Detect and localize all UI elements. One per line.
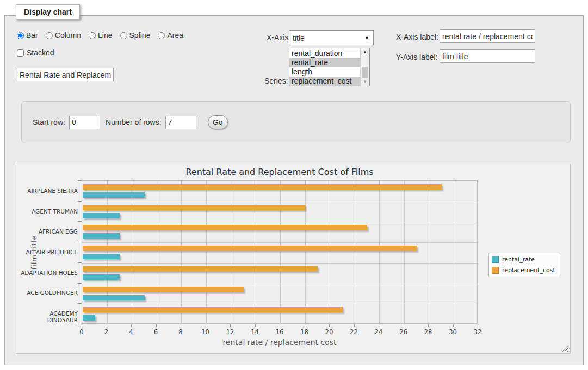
chart-type-radio-area[interactable] bbox=[158, 32, 165, 39]
tick-mark bbox=[181, 324, 181, 327]
series-option-rental_rate[interactable]: rental_rate bbox=[289, 58, 360, 67]
num-rows-input[interactable] bbox=[165, 116, 196, 129]
chart-type-option-spline[interactable]: Spline bbox=[120, 31, 151, 40]
bar-rental_rate bbox=[83, 254, 120, 259]
chart-type-option-column[interactable]: Column bbox=[46, 31, 81, 40]
gridline bbox=[82, 202, 477, 202]
y-tick-label: AIRPLANE SIERRA bbox=[19, 187, 78, 194]
x-axis-select[interactable]: title ▼ bbox=[289, 30, 374, 45]
chart-type-radio-group: BarColumnLineSplineArea bbox=[17, 31, 183, 40]
tick-mark bbox=[305, 324, 305, 327]
tick-mark bbox=[280, 324, 280, 327]
chart-type-option-area[interactable]: Area bbox=[158, 31, 183, 40]
tick-mark bbox=[478, 324, 478, 327]
chart-legend: rental_ratereplacement_cost bbox=[488, 253, 560, 277]
gridline bbox=[355, 181, 355, 323]
tick-mark bbox=[428, 324, 429, 327]
chart-type-label: Spline bbox=[129, 31, 151, 40]
y-tick-label: ADAPTATION HOLES bbox=[19, 269, 78, 276]
gridline bbox=[206, 181, 207, 323]
y-axis-label-input[interactable] bbox=[440, 49, 535, 63]
x-tick-label: 6 bbox=[145, 328, 167, 336]
x-tick-label: 20 bbox=[318, 328, 340, 336]
gridline bbox=[231, 181, 231, 323]
tick-mark bbox=[206, 324, 206, 327]
scrollbar-thumb[interactable] bbox=[362, 67, 368, 79]
start-row-input[interactable] bbox=[69, 116, 100, 129]
x-axis-selected-value: title bbox=[293, 34, 305, 42]
x-tick-label: 16 bbox=[269, 328, 290, 336]
scrollbar-up-icon[interactable]: ▲ bbox=[361, 48, 369, 56]
stacked-checkbox[interactable] bbox=[17, 49, 24, 57]
start-row-caption: Start row: bbox=[33, 118, 65, 127]
tick-mark bbox=[78, 324, 82, 324]
x-tick-label: 32 bbox=[467, 328, 488, 336]
chart-type-radio-line[interactable] bbox=[89, 32, 96, 39]
display-chart-legend: Display chart bbox=[16, 4, 80, 20]
tick-mark bbox=[354, 324, 355, 327]
legend-label: replacement_cost bbox=[502, 267, 555, 274]
stacked-option[interactable]: Stacked bbox=[17, 48, 54, 57]
chart-type-option-bar[interactable]: Bar bbox=[17, 31, 38, 40]
resize-handle-icon[interactable] bbox=[562, 346, 568, 352]
x-tick-label: 14 bbox=[244, 328, 266, 336]
tick-mark bbox=[78, 221, 82, 222]
y-tick-label: AGENT TRUMAN bbox=[19, 208, 78, 215]
x-tick-label: 26 bbox=[393, 328, 414, 336]
series-option-length[interactable]: length bbox=[289, 67, 360, 77]
x-axis-label-input[interactable] bbox=[440, 29, 535, 43]
bar-replacement_cost bbox=[83, 225, 367, 230]
page: Display chart BarColumnLineSplineArea St… bbox=[0, 0, 588, 370]
go-button[interactable]: Go bbox=[208, 115, 228, 129]
y-tick-label: ACE GOLDFINGER bbox=[19, 290, 78, 296]
gridline bbox=[82, 284, 477, 284]
bar-rental_rate bbox=[83, 192, 145, 198]
series-caption: Series: bbox=[264, 77, 288, 85]
series-option-replacement_cost[interactable]: replacement_cost bbox=[289, 77, 360, 86]
x-tick-label: 28 bbox=[417, 328, 439, 336]
y-tick-label: AFFAIR PREJUDICE bbox=[19, 249, 78, 255]
gridline bbox=[107, 181, 108, 323]
chart-type-radio-bar[interactable] bbox=[17, 32, 24, 39]
series-options: rental_durationrental_ratelengthreplacem… bbox=[289, 48, 360, 86]
listbox-scrollbar[interactable]: ▲ ▼ bbox=[360, 48, 369, 86]
tick-mark bbox=[78, 201, 82, 202]
tick-mark bbox=[78, 262, 82, 263]
chart-type-option-line[interactable]: Line bbox=[89, 31, 112, 40]
tick-mark bbox=[379, 324, 379, 327]
bar-replacement_cost bbox=[83, 184, 442, 190]
gridline bbox=[82, 304, 477, 304]
bar-replacement_cost bbox=[83, 287, 244, 292]
rows-panel: Start row: Number of rows: Go bbox=[21, 101, 571, 143]
chart-type-radio-column[interactable] bbox=[46, 32, 53, 39]
gridline bbox=[82, 222, 477, 222]
x-tick-label: 10 bbox=[195, 328, 216, 336]
scrollbar-down-icon[interactable]: ▼ bbox=[361, 78, 369, 86]
gridline bbox=[82, 263, 477, 264]
chart-type-label: Line bbox=[98, 31, 112, 40]
chart-title-input[interactable] bbox=[17, 68, 114, 81]
tick-mark bbox=[78, 180, 82, 181]
tick-mark bbox=[453, 324, 454, 327]
x-axis-label-caption: X-Axis label: bbox=[396, 33, 438, 41]
chart-type-radio-spline[interactable] bbox=[120, 32, 127, 39]
bar-rental_rate bbox=[83, 295, 145, 300]
gridline bbox=[82, 242, 477, 243]
x-tick-label: 22 bbox=[343, 328, 365, 336]
chart-panel: Rental Rate and Replacement Cost of Film… bbox=[16, 164, 571, 354]
x-tick-label: 30 bbox=[442, 328, 464, 336]
bar-rental_rate bbox=[83, 233, 120, 239]
legend-entry-rental_rate: rental_rate bbox=[492, 256, 555, 263]
gridline bbox=[280, 181, 281, 323]
stacked-label: Stacked bbox=[27, 48, 54, 57]
series-listbox[interactable]: rental_durationrental_ratelengthreplacem… bbox=[289, 48, 370, 86]
gridline bbox=[181, 181, 182, 323]
series-option-rental_duration[interactable]: rental_duration bbox=[289, 49, 360, 58]
legend-swatch bbox=[492, 267, 499, 274]
tick-mark bbox=[78, 283, 82, 284]
chevron-down-icon: ▼ bbox=[364, 35, 369, 41]
x-tick-label: 8 bbox=[170, 328, 191, 336]
gridline bbox=[454, 181, 454, 323]
chart-title: Rental Rate and Replacement Cost of Film… bbox=[82, 167, 478, 177]
bar-replacement_cost bbox=[83, 307, 343, 312]
